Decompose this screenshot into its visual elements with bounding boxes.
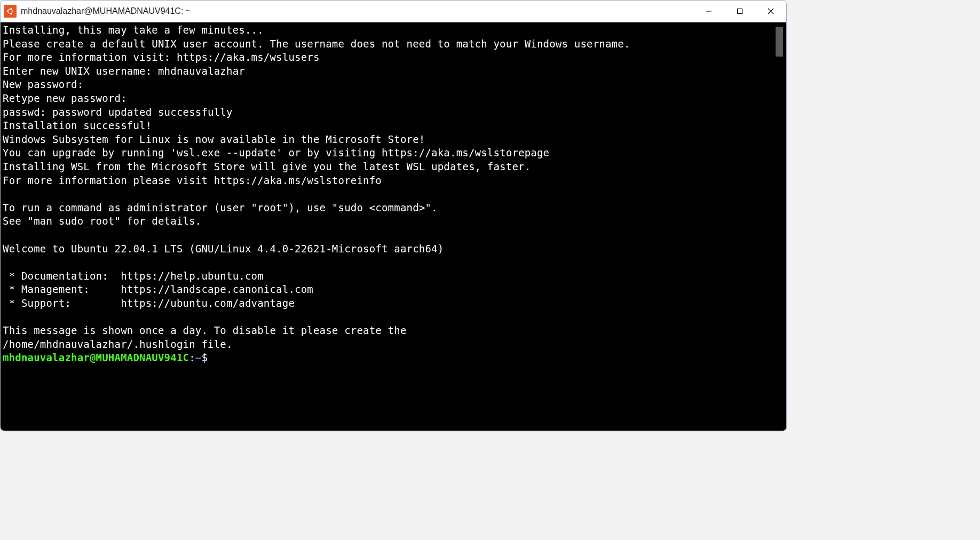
terminal-line: Installing, this may take a few minutes.…	[3, 23, 772, 37]
terminal-line: * Support: https://ubuntu.com/advantage	[3, 297, 772, 311]
terminal-line: For more information please visit https:…	[3, 174, 772, 188]
titlebar-left: mhdnauvalazhar@MUHAMADNAUV941C: ~	[4, 5, 191, 18]
window-controls	[693, 1, 786, 22]
window-title: mhdnauvalazhar@MUHAMADNAUV941C: ~	[21, 6, 191, 16]
terminal-line: This message is shown once a day. To dis…	[3, 324, 772, 338]
terminal-line: See "man sudo_root" for details.	[3, 215, 772, 228]
window-titlebar[interactable]: mhdnauvalazhar@MUHAMADNAUV941C: ~	[1, 1, 786, 22]
terminal-line: Windows Subsystem for Linux is now avail…	[3, 133, 772, 147]
terminal-area: Installing, this may take a few minutes.…	[1, 22, 786, 431]
terminal-cursor	[214, 353, 220, 363]
terminal-line: * Management: https://landscape.canonica…	[3, 283, 772, 297]
terminal-line: * Documentation: https://help.ubuntu.com	[3, 269, 772, 283]
svg-rect-5	[706, 11, 712, 12]
prompt-separator: :	[189, 352, 195, 363]
terminal-line: Welcome to Ubuntu 22.04.1 LTS (GNU/Linux…	[3, 242, 772, 256]
ubuntu-icon	[4, 5, 17, 18]
terminal-line	[3, 187, 772, 201]
close-button[interactable]	[755, 1, 786, 22]
terminal-scrollbar[interactable]	[774, 22, 786, 431]
prompt-user-host: mhdnauvalazhar@MUHAMADNAUV941C	[3, 352, 189, 363]
scrollbar-thumb[interactable]	[776, 27, 783, 57]
terminal-output[interactable]: Installing, this may take a few minutes.…	[1, 22, 774, 431]
prompt-dollar: $	[201, 352, 214, 363]
terminal-line	[3, 228, 772, 242]
prompt-path: ~	[195, 352, 202, 363]
terminal-line: /home/mhdnauvalazhar/.hushlogin file.	[3, 338, 772, 352]
terminal-line: For more information visit: https://aka.…	[3, 51, 772, 65]
minimize-button[interactable]	[693, 1, 724, 22]
terminal-line	[3, 256, 772, 269]
terminal-window: mhdnauvalazhar@MUHAMADNAUV941C: ~ Instal…	[0, 0, 787, 431]
maximize-button[interactable]	[724, 1, 755, 22]
terminal-line: Enter new UNIX username: mhdnauvalazhar	[3, 65, 772, 78]
terminal-line: Installation successful!	[3, 119, 772, 133]
terminal-line: You can upgrade by running 'wsl.exe --up…	[3, 146, 772, 160]
svg-rect-6	[738, 9, 742, 14]
terminal-line: passwd: password updated successfully	[3, 106, 772, 120]
terminal-line: Please create a default UNIX user accoun…	[3, 37, 772, 51]
terminal-line: Installing WSL from the Microsoft Store …	[3, 160, 772, 174]
terminal-line: Retype new password:	[3, 92, 772, 106]
terminal-line: To run a command as administrator (user …	[3, 201, 772, 215]
terminal-line	[3, 310, 772, 324]
terminal-line: New password:	[3, 78, 772, 92]
terminal-prompt-line[interactable]: mhdnauvalazhar@MUHAMADNAUV941C:~$	[3, 351, 772, 365]
